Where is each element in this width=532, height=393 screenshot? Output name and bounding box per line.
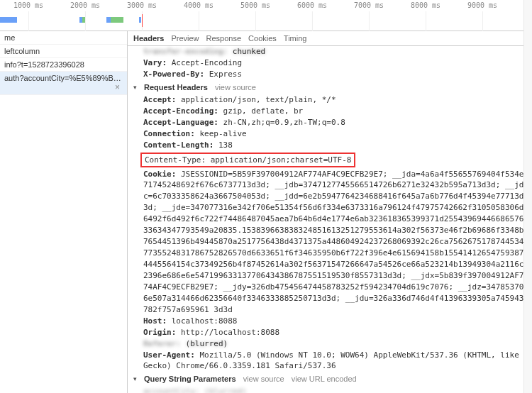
hdr-key: Accept-Language: xyxy=(143,118,218,127)
time-tick: 2000 ms xyxy=(70,1,100,9)
hdr-key: Referer: xyxy=(143,339,181,348)
hdr-val: 138 xyxy=(218,140,233,150)
time-tick: 3000 ms xyxy=(127,1,157,9)
hdr-key: X-Powered-By: xyxy=(143,70,204,79)
qs-row: accountCity: (blurred) xyxy=(128,386,532,393)
hdr-val: (blurred) xyxy=(186,339,228,348)
tab-response[interactable]: Response xyxy=(206,34,242,43)
network-request-list[interactable]: me leftcolumn info?t=1528723396028 auth?… xyxy=(0,31,128,393)
hdr-val: application/json;charset=UTF-8 xyxy=(211,155,352,165)
timeline[interactable]: 1000 ms 2000 ms 3000 ms 4000 ms 5000 ms … xyxy=(0,0,532,31)
hdr-val: JSESSIONID=5B59F397004912AF774AF4C9ECFB2… xyxy=(143,170,523,314)
content-type-highlight: Content-Type: application/json;charset=U… xyxy=(140,153,355,167)
time-tick: 9000 ms xyxy=(467,1,497,9)
tabs: Headers Preview Response Cookies Timing xyxy=(128,31,532,46)
list-item[interactable]: info?t=1528723396028 xyxy=(0,58,127,72)
hdr-key: Origin: xyxy=(143,328,176,337)
hdr-val: gzip, deflate, br xyxy=(223,106,304,116)
scrollbar[interactable] xyxy=(523,0,532,393)
hdr-val: chunked xyxy=(233,47,265,56)
hdr-val: localhost:8088 xyxy=(172,316,238,326)
hdr-key: Content-Length: xyxy=(143,140,214,150)
view-source-link[interactable]: view source xyxy=(243,375,284,383)
view-url-encoded-link[interactable]: view URL encoded xyxy=(292,375,357,383)
hdr-val: Express xyxy=(209,70,242,79)
hdr-key: Host: xyxy=(143,316,167,326)
close-icon[interactable]: × xyxy=(112,82,123,92)
hdr-val: Mozilla/5.0 (Windows NT 10.0; WOW64) App… xyxy=(143,350,519,371)
list-item-selected[interactable]: auth?accountCity=%E5%89%BF%E5%87%... × xyxy=(0,72,127,95)
caret-down-icon: ▾ xyxy=(133,375,137,382)
section-title: Query String Parameters xyxy=(144,375,236,383)
hdr-val: application/json, text/plain, */* xyxy=(181,95,336,104)
hdr-key: Vary: xyxy=(143,58,167,67)
section-request-headers[interactable]: ▾ Request Headers view source xyxy=(128,80,532,94)
tab-headers[interactable]: Headers xyxy=(133,34,164,43)
hdr-key: Cookie: xyxy=(143,170,176,179)
time-tick: 7000 ms xyxy=(354,1,384,9)
view-source-link[interactable]: view source xyxy=(215,83,256,92)
section-title: Request Headers xyxy=(144,83,208,92)
tab-preview[interactable]: Preview xyxy=(171,34,199,43)
caret-down-icon: ▾ xyxy=(133,84,137,91)
time-tick: 1000 ms xyxy=(13,1,43,9)
hdr-val: Accept-Encoding xyxy=(172,58,242,67)
hdr-key: User-Agent: xyxy=(143,350,195,360)
time-tick: 6000 ms xyxy=(297,1,327,9)
hdr-val: zh-CN,zh;q=0.9,zh-TW;q=0.8 xyxy=(223,118,345,127)
hdr-key: transfer-encoding: xyxy=(143,47,228,56)
section-query-string[interactable]: ▾ Query String Parameters view source vi… xyxy=(128,372,532,386)
hdr-val: keep-alive xyxy=(199,129,246,138)
hdr-key: Accept: xyxy=(143,95,176,104)
tab-cookies[interactable]: Cookies xyxy=(248,34,277,43)
list-item[interactable]: leftcolumn xyxy=(0,45,127,58)
list-item-label: auth?accountCity=%E5%89%BF%E5%87%... xyxy=(4,74,127,82)
hdr-key: Content-Type: xyxy=(145,155,206,165)
details-panel: Headers Preview Response Cookies Timing … xyxy=(128,31,532,393)
time-tick: 5000 ms xyxy=(240,1,270,9)
time-tick: 4000 ms xyxy=(184,1,214,9)
hdr-key: Connection: xyxy=(143,129,195,138)
hdr-key: Accept-Encoding: xyxy=(143,106,218,116)
tab-timing[interactable]: Timing xyxy=(284,34,307,43)
hdr-val: http://localhost:8088 xyxy=(181,328,279,337)
list-item[interactable]: me xyxy=(0,31,127,45)
time-tick: 8000 ms xyxy=(411,1,440,9)
